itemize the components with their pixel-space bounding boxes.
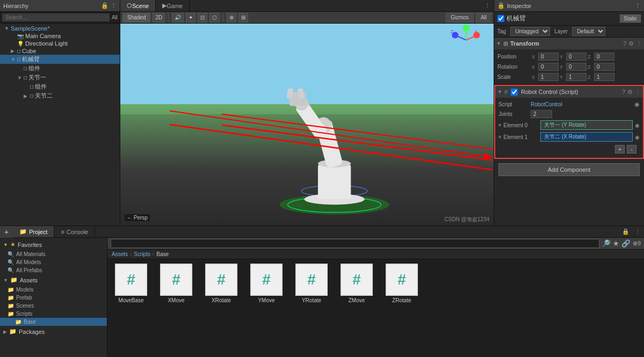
remove-element-button[interactable]: - (627, 145, 636, 154)
script-circle-btn[interactable]: ◉ (634, 101, 640, 108)
element-0-circle-btn[interactable]: ◉ (635, 122, 640, 128)
static-badge[interactable]: Static (620, 14, 641, 23)
scene-view-button[interactable]: ⊡ (198, 13, 207, 23)
element-1-value[interactable]: 关节二 (X Rotate) (540, 132, 633, 142)
all-button[interactable]: All (476, 13, 491, 23)
add-element-button[interactable]: + (615, 145, 625, 154)
script-menu-icon[interactable]: ⋮ (635, 89, 641, 96)
transform-menu-icon[interactable]: ⋮ (636, 40, 642, 47)
bottom-menu-icon[interactable]: ⋮ (632, 228, 644, 235)
hierarchy-lock-icon[interactable]: 🔒 (101, 2, 108, 9)
file-item-movebase[interactable]: # MoveBase (112, 264, 150, 303)
tab-game[interactable]: ▶ Game (156, 0, 190, 11)
models-item[interactable]: 📁 Models (0, 286, 107, 294)
rot-x-label: X (532, 64, 537, 70)
hierarchy-menu-icon[interactable]: ⋮ (111, 2, 117, 9)
all-prefabs-item[interactable]: 🔍 All Prefabs (0, 266, 107, 274)
script-help-icon[interactable]: ? (622, 89, 625, 95)
audio-button[interactable]: 🔊 (172, 13, 184, 23)
tab-project[interactable]: 📁 Project (13, 226, 54, 237)
project-search-input[interactable] (111, 239, 599, 248)
script-row: Script RobotControl ◉ (498, 100, 640, 109)
hierarchy-item-cube[interactable]: ▶ □ Cube (0, 47, 120, 55)
grid-button[interactable]: ⊞ (238, 13, 248, 23)
gizmos-button[interactable]: Gizmos (446, 13, 474, 23)
rotation-z-item: Z (588, 63, 614, 71)
transform-header[interactable]: ▼ ⊞ Transform ? ⚙ ⋮ (494, 38, 644, 49)
add-button[interactable]: + (0, 226, 13, 238)
file-name-ymove: YMove (258, 297, 274, 303)
transform-settings-icon[interactable]: ⚙ (628, 40, 634, 47)
packages-label: Packages (19, 329, 45, 335)
hierarchy-scene-root[interactable]: ▼ SampleScene* (0, 25, 120, 32)
hierarchy-item-joint1[interactable]: ▼ □ 关节一 (0, 73, 120, 82)
file-item-ymove[interactable]: # YMove (247, 264, 286, 303)
scale-x-input[interactable] (538, 73, 559, 81)
scenes-item[interactable]: 📁 Scenes (0, 302, 107, 310)
rotation-y-input[interactable] (566, 63, 587, 71)
position-xyz: X Y Z (532, 53, 641, 61)
tag-select[interactable]: Untagged (510, 27, 550, 36)
sidebar-assets[interactable]: ▼ 📁 Assets (0, 275, 107, 285)
project-icon-btn2[interactable]: ★ (613, 239, 619, 247)
rotation-x-input[interactable] (538, 63, 559, 71)
file-item-yrotate[interactable]: # YRotate (292, 264, 331, 303)
script-settings-icon[interactable]: ⚙ (627, 89, 633, 96)
inspector-lock-icon[interactable]: 🔒 (497, 2, 505, 9)
hierarchy-item-component1[interactable]: □ 组件 (0, 64, 120, 73)
sidebar-packages[interactable]: ▶ 📁 Packages (0, 327, 107, 336)
scale-y-item: Y (560, 73, 587, 81)
all-models-item[interactable]: 🔍 All Models (0, 258, 107, 266)
scale-z-input[interactable] (594, 73, 614, 81)
breadcrumb-base[interactable]: Base (156, 251, 169, 257)
bottom-lock-icon[interactable]: 🔒 (620, 228, 632, 235)
file-item-zrotate[interactable]: # ZRotate (382, 264, 421, 303)
rotation-z-input[interactable] (594, 63, 614, 71)
file-item-zmove[interactable]: # ZMove (337, 264, 376, 303)
file-item-xrotate[interactable]: # XRotate (202, 264, 241, 303)
shaded-button[interactable]: Shaded (122, 13, 150, 23)
sidebar-favorites[interactable]: ▼ ★ Favorites (0, 240, 107, 249)
transform-help-icon[interactable]: ? (623, 40, 626, 47)
hidden-button[interactable]: ⊕ (227, 13, 236, 23)
position-x-input[interactable] (538, 53, 559, 61)
position-z-input[interactable] (594, 53, 614, 61)
inspector-active-checkbox[interactable] (497, 15, 504, 22)
scale-xyz: X Y Z (532, 73, 641, 81)
scale-y-input[interactable] (566, 73, 587, 81)
position-y-input[interactable] (566, 53, 587, 61)
add-component-button[interactable]: Add Component (498, 163, 640, 176)
hierarchy-search-input[interactable] (2, 13, 110, 21)
tab-console[interactable]: ≡ Console (54, 226, 95, 237)
hierarchy-item-directional-light[interactable]: 💡 Directional Light (0, 40, 120, 47)
hierarchy-item-joint2[interactable]: ▶ □ 关节二 (0, 91, 120, 100)
2d-button[interactable]: 2D (153, 13, 165, 23)
script-active-checkbox[interactable] (511, 89, 518, 96)
hierarchy-item-robot-arm[interactable]: ▼ □ 机械臂 (0, 55, 120, 64)
breadcrumb-assets[interactable]: Assets (112, 251, 128, 257)
robot-control-header[interactable]: ▼ # Robot Control (Script) ? ⚙ ⋮ (495, 86, 643, 98)
inspector-menu-icon[interactable]: ⋮ (635, 2, 641, 9)
scene-menu-icon[interactable]: ⋮ (481, 2, 494, 9)
project-icon-btn1[interactable]: 🔎 (602, 239, 611, 247)
scene-viewport[interactable]: X Y Z (120, 24, 494, 225)
element-0-value[interactable]: 关节一 (Y Rotate) (540, 120, 633, 130)
layer-select[interactable]: Default (572, 27, 605, 36)
scripts-item[interactable]: 📁 Scripts (0, 310, 107, 318)
hierarchy-item-main-camera[interactable]: 📷 Main Camera (0, 32, 120, 40)
all-materials-item[interactable]: 🔍 All Materials (0, 250, 107, 258)
svg-rect-4 (318, 164, 351, 199)
scale-y-label: Y (560, 75, 565, 80)
render-button[interactable]: ⬡ (209, 13, 220, 23)
breadcrumb-scripts[interactable]: Scripts (134, 251, 150, 257)
joints-input[interactable] (531, 110, 552, 118)
hierarchy-item-component2[interactable]: □ 组件 (0, 82, 120, 91)
element-1-circle-btn[interactable]: ◉ (635, 134, 640, 140)
tab-scene[interactable]: ⬡ Scene (120, 0, 156, 11)
project-icon-btn3[interactable]: 🔗 (621, 239, 631, 247)
cube-arrow-icon: ▶ (11, 48, 17, 54)
fx-button[interactable]: ✦ (186, 13, 196, 23)
base-item[interactable]: 📁 Base (0, 318, 107, 326)
prefab-item[interactable]: 📁 Prefab (0, 294, 107, 302)
file-item-xmove[interactable]: # XMove (157, 264, 196, 303)
